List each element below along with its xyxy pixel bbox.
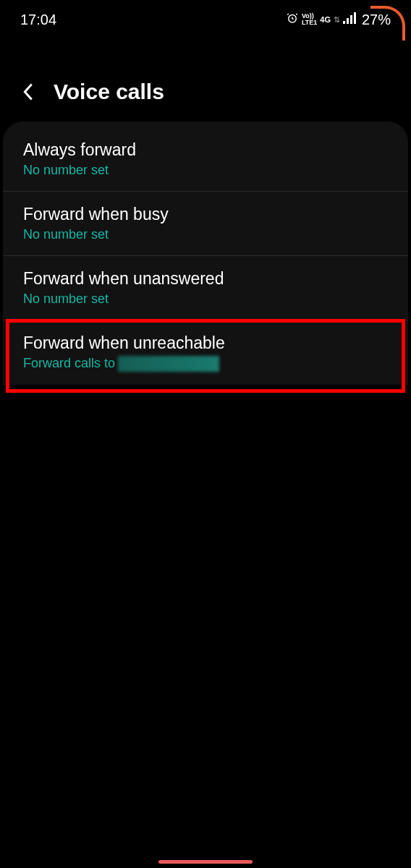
setting-subtitle: No number set (23, 292, 388, 307)
svg-rect-2 (347, 18, 349, 24)
page-header: Voice calls (0, 36, 411, 122)
settings-panel: Always forward No number set Forward whe… (3, 122, 408, 385)
setting-subtitle: No number set (23, 163, 388, 178)
setting-title: Always forward (23, 140, 388, 160)
page-title: Voice calls (54, 80, 164, 104)
network-indicator: 4G (320, 15, 331, 24)
svg-rect-3 (350, 15, 352, 24)
redacted-phone-number (118, 356, 219, 372)
setting-subtitle: No number set (23, 227, 388, 242)
setting-title: Forward when unanswered (23, 269, 388, 289)
status-time: 17:04 (20, 12, 56, 28)
status-bar: 17:04 Vo)) LTE1 4G ⇅ (0, 0, 411, 36)
setting-forward-busy[interactable]: Forward when busy No number set (3, 192, 408, 256)
chevron-left-icon (20, 82, 36, 102)
home-indicator[interactable] (158, 860, 253, 864)
setting-forward-unanswered[interactable]: Forward when unanswered No number set (3, 256, 408, 320)
back-button[interactable] (20, 82, 36, 102)
setting-title: Forward when unreachable (23, 333, 388, 353)
svg-rect-4 (354, 12, 356, 24)
setting-always-forward[interactable]: Always forward No number set (3, 127, 408, 192)
data-arrows-icon: ⇅ (334, 15, 340, 25)
alarm-icon (286, 12, 299, 27)
setting-subtitle: Forward calls to (23, 356, 388, 372)
setting-forward-unreachable[interactable]: Forward when unreachable Forward calls t… (3, 320, 408, 385)
volte-icon: Vo)) LTE1 (302, 13, 317, 26)
signal-icon (343, 12, 357, 27)
svg-rect-1 (343, 21, 345, 24)
setting-title: Forward when busy (23, 205, 388, 224)
